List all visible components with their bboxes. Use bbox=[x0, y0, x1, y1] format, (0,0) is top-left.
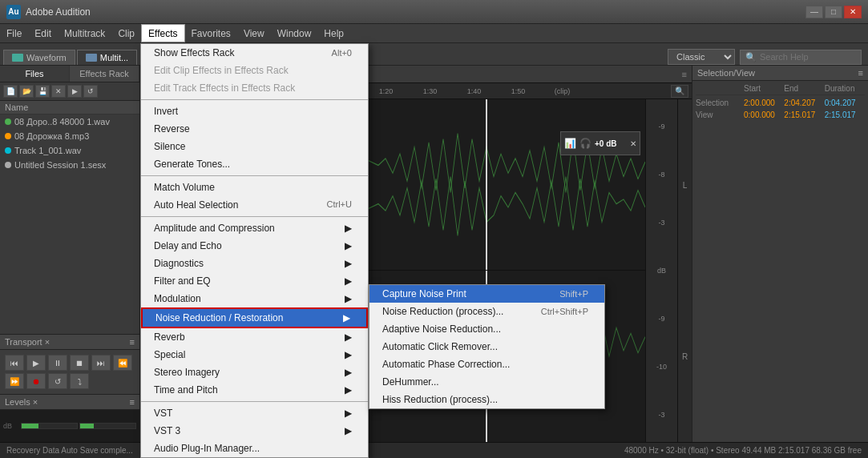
next-button[interactable]: ⏩ bbox=[5, 373, 24, 389]
file-dot-1 bbox=[5, 119, 11, 125]
file-item-3[interactable]: Track 1_001.wav bbox=[0, 143, 139, 158]
sep-1 bbox=[141, 99, 368, 100]
right-panel: Selection/View ≡ Start End Duration Sele… bbox=[692, 66, 868, 442]
effects-silence[interactable]: Silence bbox=[141, 138, 368, 155]
right-panel-menu-icon[interactable]: ≡ bbox=[858, 68, 863, 78]
tab-effects-rack[interactable]: Effects Rack bbox=[70, 66, 139, 82]
pause-button[interactable]: ⏸ bbox=[48, 355, 67, 371]
effects-reverse[interactable]: Reverse bbox=[141, 120, 368, 138]
loop-button[interactable]: ↺ bbox=[83, 85, 98, 98]
zoom-icon[interactable]: 🔍 bbox=[671, 85, 688, 98]
tab-waveform[interactable]: Waveform bbox=[3, 50, 75, 65]
classic-dropdown[interactable]: Classic bbox=[668, 49, 735, 65]
effects-plugin-manager[interactable]: Audio Plug-In Manager... bbox=[141, 440, 368, 457]
app-icon: Au bbox=[6, 5, 21, 19]
files-list: 08 Доро..8 48000 1.wav 08 Дорожка 8.mp3 … bbox=[0, 114, 139, 334]
selection-view-label: Selection/View bbox=[697, 68, 755, 78]
file-item-1[interactable]: 08 Доро..8 48000 1.wav bbox=[0, 114, 139, 129]
menu-clip[interactable]: Clip bbox=[111, 24, 141, 42]
left-panel-toolbar: 📄 📂 💾 ✕ ▶ ↺ bbox=[0, 82, 139, 101]
submenu-capture-noise[interactable]: Capture Noise Print Shift+P bbox=[369, 285, 604, 303]
levels-header: Levels × ≡ bbox=[0, 394, 139, 410]
l-label: L bbox=[683, 181, 688, 190]
effects-show-rack[interactable]: Show Effects Rack Alt+0 bbox=[141, 44, 368, 62]
expand-icon[interactable]: ≡ bbox=[682, 70, 687, 79]
menu-effects[interactable]: Effects bbox=[141, 24, 184, 42]
file-item-4[interactable]: Untitled Session 1.sesx bbox=[0, 158, 139, 172]
effects-delay[interactable]: Delay and Echo ▶ bbox=[141, 237, 368, 255]
tab-toolbar-row: Waveform Multit... Classic 🔍 bbox=[0, 43, 868, 66]
submenu-noise-reduction-process[interactable]: Noise Reduction (process)... Ctrl+Shift+… bbox=[369, 303, 604, 320]
transport-controls: ⏮ ▶ ⏸ ⏹ ⏭ ⏪ ⏩ ⏺ ↺ ⤵ bbox=[0, 350, 139, 394]
loop-transport-button[interactable]: ↺ bbox=[48, 373, 67, 389]
stop-button[interactable]: ⏹ bbox=[70, 355, 89, 371]
effects-amplitude[interactable]: Amplitude and Compression ▶ bbox=[141, 219, 368, 237]
menu-multitrack[interactable]: Multitrack bbox=[58, 24, 111, 42]
close-button[interactable]: ✕ bbox=[844, 6, 862, 18]
close-file-button[interactable]: ✕ bbox=[51, 85, 66, 98]
effects-edit-clip[interactable]: Edit Clip Effects in Effects Rack bbox=[141, 62, 368, 79]
go-start-button[interactable]: ⏮ bbox=[5, 355, 24, 371]
new-file-button[interactable]: 📄 bbox=[3, 85, 18, 98]
record-button[interactable]: ⏺ bbox=[26, 373, 46, 389]
submenu-auto-phase[interactable]: Automatic Phase Correction... bbox=[369, 356, 604, 373]
skip-button[interactable]: ⤵ bbox=[70, 373, 89, 389]
effects-filter-eq[interactable]: Filter and EQ ▶ bbox=[141, 272, 368, 290]
menu-window[interactable]: Window bbox=[271, 24, 318, 42]
go-end-button[interactable]: ⏭ bbox=[91, 355, 111, 371]
menu-view[interactable]: View bbox=[237, 24, 271, 42]
left-panel-tabs: Files Effects Rack bbox=[0, 66, 139, 82]
effects-reverb[interactable]: Reverb ▶ bbox=[141, 328, 368, 346]
open-file-button[interactable]: 📂 bbox=[19, 85, 34, 98]
effects-auto-heal[interactable]: Auto Heal Selection Ctrl+U bbox=[141, 196, 368, 214]
effects-vst3[interactable]: VST 3 ▶ bbox=[141, 422, 368, 440]
headphone-icon[interactable]: 🎧 bbox=[579, 138, 591, 149]
right-panel-header: Selection/View ≡ bbox=[692, 66, 868, 81]
search-input[interactable] bbox=[760, 52, 856, 62]
maximize-button[interactable]: □ bbox=[825, 6, 842, 18]
transport-header: Transport × ≡ bbox=[0, 335, 139, 350]
multitrack-icon bbox=[86, 54, 97, 62]
sv-view-row: View 0:00.000 2:15.017 2:15.017 bbox=[696, 109, 865, 121]
effects-special[interactable]: Special ▶ bbox=[141, 346, 368, 364]
effects-noise-reduction[interactable]: Noise Reduction / Restoration ▶ bbox=[141, 307, 368, 328]
submenu-hiss-reduction[interactable]: Hiss Reduction (process)... bbox=[369, 391, 604, 408]
menu-file[interactable]: File bbox=[0, 24, 28, 42]
sv-selection-row: Selection 2:00.000 2:04.207 0:04.207 bbox=[696, 97, 865, 109]
effects-vst[interactable]: VST ▶ bbox=[141, 404, 368, 422]
menu-help[interactable]: Help bbox=[317, 24, 350, 42]
title-bar: Au Adobe Audition — □ ✕ bbox=[0, 0, 868, 24]
noise-reduction-submenu: Capture Noise Print Shift+P Noise Reduct… bbox=[369, 284, 605, 409]
menu-icon[interactable]: ≡ bbox=[130, 337, 135, 347]
menu-favorites[interactable]: Favorites bbox=[185, 24, 237, 42]
tab-multitrack[interactable]: Multit... bbox=[77, 50, 137, 65]
effects-generate-tones[interactable]: Generate Tones... bbox=[141, 155, 368, 173]
win-controls: — □ ✕ bbox=[805, 6, 862, 18]
file-item-2[interactable]: 08 Дорожка 8.mp3 bbox=[0, 129, 139, 143]
close-meter-icon[interactable]: ✕ bbox=[630, 139, 636, 148]
autoplay-button[interactable]: ▶ bbox=[67, 85, 82, 98]
submenu-auto-click[interactable]: Automatic Click Remover... bbox=[369, 338, 604, 356]
submenu-adaptive-noise[interactable]: Adaptive Noise Reduction... bbox=[369, 320, 604, 338]
menu-edit[interactable]: Edit bbox=[28, 24, 58, 42]
save-button[interactable]: 💾 bbox=[35, 85, 50, 98]
effects-stereo-imagery[interactable]: Stereo Imagery ▶ bbox=[141, 364, 368, 381]
effects-menu: Show Effects Rack Alt+0 Edit Clip Effect… bbox=[140, 43, 369, 458]
play-button[interactable]: ▶ bbox=[26, 355, 46, 371]
db-scale: -9-8-3dB-9-10-3 bbox=[645, 99, 677, 442]
effects-time-pitch[interactable]: Time and Pitch ▶ bbox=[141, 381, 368, 399]
effects-modulation[interactable]: Modulation ▶ bbox=[141, 290, 368, 307]
selection-view-table: Start End Duration Selection 2:00.000 2:… bbox=[692, 81, 868, 124]
prev-button[interactable]: ⏪ bbox=[113, 355, 132, 371]
transport-panel: Transport × ≡ ⏮ ▶ ⏸ ⏹ ⏭ ⏪ ⏩ ⏺ ↺ ⤵ L bbox=[0, 334, 139, 442]
tab-files[interactable]: Files bbox=[0, 66, 70, 82]
left-panel: Files Effects Rack 📄 📂 💾 ✕ ▶ ↺ Name 08 Д… bbox=[0, 66, 140, 442]
submenu-dehummer[interactable]: DeHummer... bbox=[369, 373, 604, 391]
effects-invert[interactable]: Invert bbox=[141, 102, 368, 120]
sep-2 bbox=[141, 175, 368, 176]
levels-menu-icon[interactable]: ≡ bbox=[130, 397, 135, 407]
effects-match-volume[interactable]: Match Volume bbox=[141, 179, 368, 196]
minimize-button[interactable]: — bbox=[805, 6, 823, 18]
effects-edit-track[interactable]: Edit Track Effects in Effects Rack bbox=[141, 79, 368, 97]
effects-diagnostics[interactable]: Diagnostics ▶ bbox=[141, 255, 368, 272]
